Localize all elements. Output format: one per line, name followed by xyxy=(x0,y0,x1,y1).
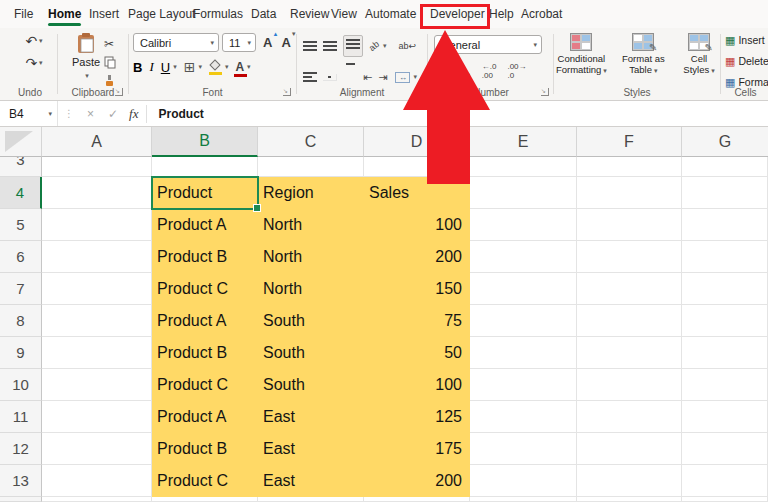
row-header[interactable]: 3 xyxy=(0,157,42,177)
tab-file[interactable]: File xyxy=(14,0,33,28)
cell[interactable] xyxy=(470,157,577,177)
decrease-font-size-button[interactable]: A▼ xyxy=(281,35,290,50)
cell[interactable]: Product xyxy=(152,177,258,209)
cell[interactable] xyxy=(364,157,470,177)
cell[interactable]: East xyxy=(258,401,364,433)
row-header[interactable]: 10 xyxy=(0,369,42,401)
row-header[interactable]: 8 xyxy=(0,305,42,337)
cell[interactable] xyxy=(682,465,768,497)
increase-decimal-button[interactable]: ←.0.00 xyxy=(482,62,497,80)
name-box[interactable]: B4▾ xyxy=(0,101,58,126)
italic-button[interactable]: I xyxy=(149,59,153,75)
paste-button[interactable]: Paste ▾ xyxy=(66,32,106,80)
wrap-text-button[interactable]: ab↩ xyxy=(399,41,417,51)
cell[interactable] xyxy=(42,401,152,433)
decrease-indent-button[interactable]: ⇤ xyxy=(363,71,372,84)
cell[interactable] xyxy=(470,177,577,209)
tab-data[interactable]: Data xyxy=(251,0,276,28)
cell[interactable] xyxy=(682,497,768,502)
cell[interactable] xyxy=(258,497,364,502)
cell[interactable] xyxy=(682,209,768,241)
cell[interactable]: North xyxy=(258,241,364,273)
tab-home[interactable]: Home xyxy=(48,0,81,28)
delete-cells-button[interactable]: ▦Delete▾ xyxy=(725,52,768,70)
cell[interactable] xyxy=(42,241,152,273)
cell[interactable] xyxy=(42,177,152,209)
increase-indent-button[interactable]: ⇥ xyxy=(378,71,387,84)
cell[interactable] xyxy=(682,273,768,305)
cell[interactable]: 125 xyxy=(364,401,470,433)
cell[interactable] xyxy=(577,401,682,433)
column-header-d[interactable]: D xyxy=(364,127,470,157)
cell[interactable] xyxy=(577,305,682,337)
cell[interactable] xyxy=(470,497,577,502)
cell[interactable] xyxy=(577,497,682,502)
cell[interactable] xyxy=(470,401,577,433)
row-header[interactable]: 5 xyxy=(0,209,42,241)
cell[interactable]: 200 xyxy=(364,465,470,497)
increase-font-size-button[interactable]: A▲ xyxy=(263,35,272,50)
cell[interactable]: 75 xyxy=(364,305,470,337)
column-header-e[interactable]: E xyxy=(470,127,577,157)
dialog-launcher-icon[interactable]: ↘ xyxy=(541,88,549,96)
column-header-b[interactable]: B xyxy=(152,127,258,157)
cell[interactable] xyxy=(682,157,768,177)
cell[interactable]: North xyxy=(258,209,364,241)
row-header[interactable]: 4 xyxy=(0,177,42,209)
cell[interactable] xyxy=(577,273,682,305)
comma-style-button[interactable]: , xyxy=(467,66,471,76)
cell[interactable] xyxy=(682,241,768,273)
cell[interactable]: 200 xyxy=(364,241,470,273)
row-header[interactable]: 11 xyxy=(0,401,42,433)
cell[interactable]: Sales xyxy=(364,177,470,209)
percent-style-button[interactable]: % xyxy=(444,64,456,79)
cancel-entry-button[interactable]: × xyxy=(80,107,101,121)
cut-button[interactable]: ✂ xyxy=(104,36,114,52)
cell[interactable]: Product B xyxy=(152,433,258,465)
cell[interactable] xyxy=(577,241,682,273)
cell[interactable]: Product A xyxy=(152,209,258,241)
top-align-button[interactable] xyxy=(303,39,317,53)
tab-help[interactable]: Help xyxy=(489,0,514,28)
cell[interactable] xyxy=(42,157,152,177)
tab-page-layout[interactable]: Page Layout xyxy=(128,0,195,28)
select-all-button[interactable] xyxy=(0,127,42,157)
orientation-button[interactable]: ab xyxy=(367,39,381,53)
cell[interactable] xyxy=(470,433,577,465)
cell[interactable] xyxy=(42,433,152,465)
cell[interactable]: South xyxy=(258,337,364,369)
redo-button[interactable]: ↷▾ xyxy=(14,54,54,72)
fill-color-button[interactable] xyxy=(209,61,222,73)
dialog-launcher-icon[interactable]: ↘ xyxy=(283,88,291,96)
decrease-decimal-button[interactable]: .00→.0 xyxy=(507,62,526,80)
cell[interactable]: Product C xyxy=(152,465,258,497)
row-header[interactable]: 12 xyxy=(0,433,42,465)
cell[interactable]: 100 xyxy=(364,369,470,401)
cell[interactable] xyxy=(470,209,577,241)
cell[interactable] xyxy=(682,177,768,209)
cell[interactable]: Product A xyxy=(152,305,258,337)
tab-review[interactable]: Review xyxy=(290,0,329,28)
row-header[interactable]: 13 xyxy=(0,465,42,497)
cell[interactable] xyxy=(577,369,682,401)
confirm-entry-button[interactable]: ✓ xyxy=(101,107,125,121)
cell[interactable] xyxy=(577,177,682,209)
cell[interactable]: South xyxy=(258,305,364,337)
bold-button[interactable]: B xyxy=(133,60,142,75)
cell[interactable] xyxy=(577,433,682,465)
column-header-g[interactable]: G xyxy=(682,127,768,157)
dialog-launcher-icon[interactable]: ↘ xyxy=(115,88,123,96)
cell[interactable]: 175 xyxy=(364,433,470,465)
insert-function-button[interactable]: fx xyxy=(125,106,146,122)
column-header-c[interactable]: C xyxy=(258,127,364,157)
cell[interactable] xyxy=(470,273,577,305)
align-center-button[interactable] xyxy=(323,74,337,81)
cell[interactable] xyxy=(152,157,258,177)
cell[interactable]: 150 xyxy=(364,273,470,305)
drag-handle-icon[interactable]: ⋮ xyxy=(58,108,80,119)
cell[interactable] xyxy=(682,433,768,465)
cell[interactable] xyxy=(682,369,768,401)
font-name-select[interactable]: Calibri▾ xyxy=(133,33,219,52)
font-color-button[interactable]: A xyxy=(235,60,244,74)
number-format-select[interactable]: General▾ xyxy=(434,35,542,54)
